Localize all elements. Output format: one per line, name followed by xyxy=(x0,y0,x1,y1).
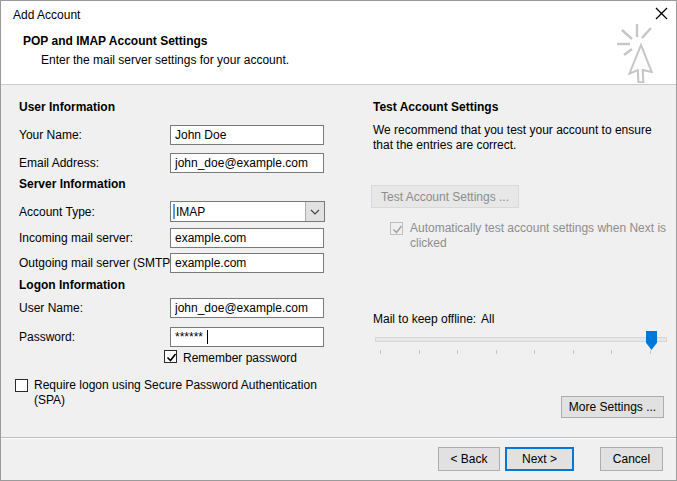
user-name-field[interactable] xyxy=(170,298,324,318)
incoming-server-label: Incoming mail server: xyxy=(19,231,133,245)
slider-tick xyxy=(457,350,458,354)
slider-tick xyxy=(534,350,535,354)
auto-test-label: Automatically test account settings when… xyxy=(410,221,668,251)
combo-caret xyxy=(173,204,175,219)
footer-divider-etch xyxy=(1,438,676,439)
account-type-value: IMAP xyxy=(176,205,205,219)
page-title: POP and IMAP Account Settings xyxy=(23,34,207,48)
slider-tick xyxy=(496,350,497,354)
spa-checkbox[interactable] xyxy=(15,379,28,392)
logon-information-heading: Logon Information xyxy=(19,278,125,292)
slider-tick xyxy=(419,350,420,354)
spa-label[interactable]: Require logon using Secure Password Auth… xyxy=(34,378,346,408)
incoming-server-field[interactable] xyxy=(170,228,324,248)
back-button[interactable]: < Back xyxy=(438,447,500,471)
test-account-settings-button: Test Account Settings ... xyxy=(371,185,519,208)
header-divider xyxy=(1,84,676,85)
close-icon xyxy=(655,7,668,23)
window-title: Add Account xyxy=(13,8,80,22)
test-account-settings-heading: Test Account Settings xyxy=(373,100,498,114)
test-account-description: We recommend that you test your account … xyxy=(373,123,673,153)
cancel-button[interactable]: Cancel xyxy=(600,447,663,471)
outgoing-server-field[interactable] xyxy=(170,253,324,273)
user-name-label: User Name: xyxy=(19,301,83,315)
offline-slider-track[interactable] xyxy=(375,337,667,342)
mail-offline-label: Mail to keep offline: xyxy=(373,312,476,326)
remember-password-label[interactable]: Remember password xyxy=(183,351,297,365)
cursor-click-icon xyxy=(613,23,671,86)
your-name-field[interactable] xyxy=(170,125,324,145)
slider-tick xyxy=(650,350,651,354)
slider-tick xyxy=(611,350,612,354)
email-address-label: Email Address: xyxy=(19,156,99,170)
email-address-field[interactable] xyxy=(170,153,324,173)
user-information-heading: User Information xyxy=(19,100,115,114)
account-type-dropdown[interactable]: IMAP xyxy=(170,201,325,222)
remember-password-checkbox[interactable] xyxy=(164,350,177,363)
next-button[interactable]: Next > xyxy=(505,447,574,471)
page-subtitle: Enter the mail server settings for your … xyxy=(41,53,289,67)
chevron-down-icon[interactable] xyxy=(305,202,324,221)
password-label: Password: xyxy=(19,330,75,344)
text-caret xyxy=(207,330,208,344)
server-information-heading: Server Information xyxy=(19,177,126,191)
more-settings-button[interactable]: More Settings ... xyxy=(561,396,664,418)
your-name-label: Your Name: xyxy=(19,128,82,142)
auto-test-checkbox xyxy=(390,222,403,235)
mail-offline-value: All xyxy=(481,312,494,326)
add-account-dialog: Add Account POP and IMAP Account Setting… xyxy=(0,0,677,481)
slider-tick xyxy=(573,350,574,354)
slider-tick xyxy=(380,350,381,354)
password-field[interactable] xyxy=(170,327,324,347)
account-type-label: Account Type: xyxy=(19,205,95,219)
outgoing-server-label: Outgoing mail server (SMTP): xyxy=(19,256,178,270)
